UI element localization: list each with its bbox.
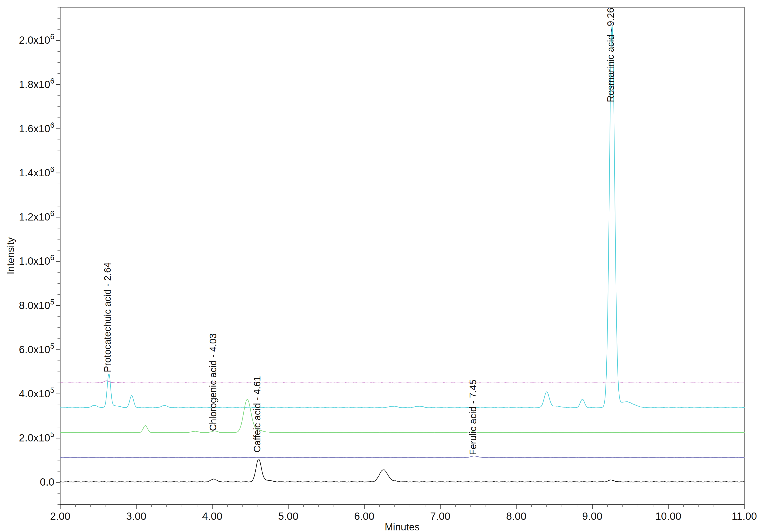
y-tick-label: 1.0x106: [19, 253, 54, 267]
chromatogram-plot: 0.02.0x1054.0x1056.0x1058.0x1051.0x1061.…: [0, 0, 759, 532]
y-tick-label: 1.6x106: [19, 121, 54, 134]
y-axis-tick-labels: 0.02.0x1054.0x1056.0x1058.0x1051.0x1061.…: [19, 32, 54, 488]
x-tick-label: 5.00: [278, 510, 299, 522]
trace-green: [60, 399, 744, 433]
trace-black: [60, 459, 744, 482]
peak-label: Rosmarinic acid - 9.26: [605, 8, 616, 102]
peak-label: Chlorogenic acid - 4.03: [208, 333, 218, 431]
chromatogram-traces: [60, 25, 744, 482]
y-tick-label: 2.0x106: [19, 32, 54, 46]
peak-label: Protocatechuic acid - 2.64: [102, 262, 113, 372]
y-tick-label: 1.2x106: [19, 209, 54, 223]
chromatogram-figure: 0.02.0x1054.0x1056.0x1058.0x1051.0x1061.…: [0, 0, 759, 532]
peak-labels: Protocatechuic acid - 2.64Chlorogenic ac…: [102, 8, 616, 455]
x-tick-label: 8.00: [506, 510, 527, 522]
x-axis-major-ticks: [60, 504, 744, 509]
x-axis-tick-labels: 2.003.004.005.006.007.008.009.0010.0011.…: [50, 510, 757, 522]
x-tick-label: 2.00: [50, 510, 70, 522]
x-axis-minor-ticks: [75, 504, 729, 507]
y-tick-label: 8.0x105: [19, 298, 54, 311]
trace-blue: [60, 456, 744, 458]
x-tick-label: 10.00: [655, 510, 681, 522]
x-tick-label: 9.00: [582, 510, 603, 522]
x-tick-label: 3.00: [126, 510, 146, 522]
x-tick-label: 6.00: [354, 510, 375, 522]
y-axis-minor-ticks: [58, 7, 60, 504]
peak-label: Caffeic acid - 4.61: [252, 376, 262, 453]
x-tick-label: 11.00: [732, 510, 757, 522]
x-axis-title: Minutes: [385, 521, 419, 532]
y-tick-label: 6.0x105: [19, 342, 54, 356]
trace-cyan: [60, 25, 744, 408]
y-tick-label: 0.0: [40, 476, 54, 488]
y-tick-label: 1.8x106: [19, 77, 54, 90]
x-tick-label: 7.00: [430, 510, 451, 522]
y-tick-label: 2.0x105: [19, 430, 54, 444]
y-tick-label: 4.0x105: [19, 386, 54, 399]
trace-magenta: [60, 381, 744, 383]
plot-border: [60, 7, 744, 504]
x-tick-label: 4.00: [202, 510, 222, 522]
y-axis-title: Intensity: [5, 237, 16, 274]
y-tick-label: 1.4x106: [19, 165, 54, 179]
peak-label: Ferulic acid - 7.45: [467, 380, 478, 455]
